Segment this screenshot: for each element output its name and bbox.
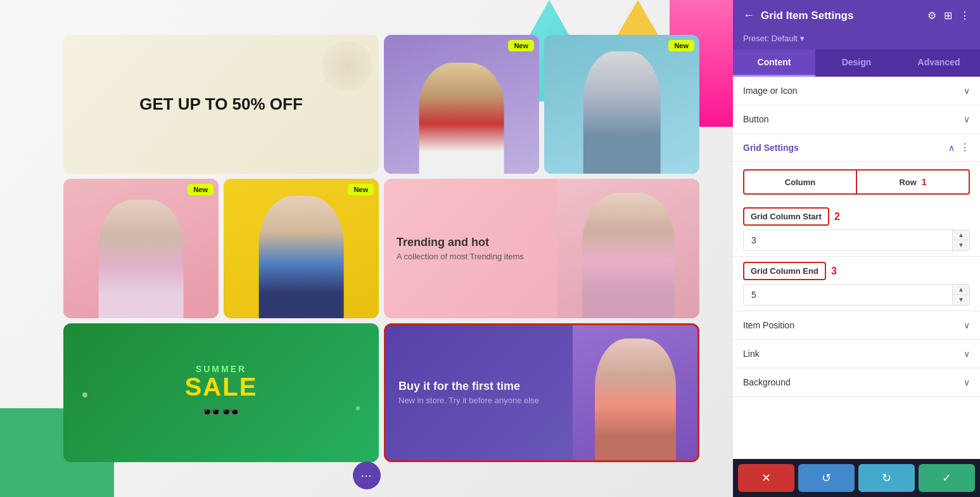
section-image-icon-label: Image or Icon <box>743 86 798 96</box>
section-background[interactable]: Background ∨ <box>733 368 980 397</box>
grid-column-end-label: Grid Column End <box>743 262 826 280</box>
settings-content: Image or Icon ∨ Button ∨ Grid Settings ∧… <box>733 77 980 459</box>
grid-column-end-section: Grid Column End 3 ▲ ▼ <box>733 257 980 311</box>
trending-content: Trending and hot A collection of most Tr… <box>384 223 557 274</box>
section-image-icon-arrow: ∨ <box>964 86 970 96</box>
grid-column-start-header: Grid Column Start 2 <box>743 207 970 226</box>
item-position-label: Item Position <box>743 320 794 330</box>
column-row-toggle: Column Row 1 <box>733 162 980 202</box>
section-background-label: Background <box>743 377 791 387</box>
buy-subtitle: New in store. Try it before anyone else <box>398 396 560 405</box>
settings-sidebar: ← Grid Item Settings ⚙ ⊞ ⋮ Preset: Defau… <box>733 0 980 497</box>
grid-settings-label: Grid Settings <box>743 143 799 153</box>
reset-icon: ↺ <box>822 471 831 485</box>
redo-button[interactable]: ↻ <box>858 464 915 492</box>
item-position-arrow: ∨ <box>964 320 970 330</box>
grid-item-2[interactable]: New <box>384 35 539 174</box>
grid-column-end-up[interactable]: ▲ <box>953 285 969 295</box>
settings-icon[interactable]: ⚙ <box>927 10 936 22</box>
layout-icon[interactable]: ⊞ <box>944 10 952 22</box>
grid-column-end-input-row: ▲ ▼ <box>743 284 970 306</box>
grid-column-start-label: Grid Column Start <box>743 207 829 226</box>
header-icons: ⚙ ⊞ ⋮ <box>927 10 970 22</box>
grid-column-start-stepper: ▲ ▼ <box>952 230 969 250</box>
section-link-label: Link <box>743 349 760 359</box>
grid-item-7[interactable]: Trending and hot A collection of most Tr… <box>384 179 699 318</box>
promo-text-1: GET UP TO 50% OFF <box>129 84 313 124</box>
buy-image <box>573 325 697 460</box>
grid-column-start-up[interactable]: ▲ <box>953 230 969 240</box>
buy-figure <box>595 339 676 460</box>
grid-column-start-input[interactable] <box>744 230 952 250</box>
item5-figure <box>258 196 344 318</box>
trending-subtitle: A collection of most Trending items <box>397 252 545 261</box>
sale-dot2 <box>356 406 360 410</box>
badge-4: New <box>188 184 213 195</box>
section-image-icon[interactable]: Image or Icon ∨ <box>733 77 980 105</box>
row-toggle-label: Row <box>899 178 916 187</box>
item5-bg: New <box>224 179 379 318</box>
preset-label: Preset: Default ▾ <box>743 34 805 43</box>
grid-settings-icons: ∧ ⋮ <box>948 141 970 153</box>
buy-content: Buy it for the first time New in store. … <box>386 367 573 418</box>
grid-item-4[interactable]: New <box>63 179 219 318</box>
grid-column-end-input[interactable] <box>744 285 952 305</box>
preset-bar[interactable]: Preset: Default ▾ <box>733 31 980 49</box>
item3-bg: New <box>544 35 699 174</box>
trending-title: Trending and hot <box>397 236 545 249</box>
item-position-section[interactable]: Item Position ∨ <box>733 311 980 340</box>
bottom-action-bar: ✕ ↺ ↻ ✓ <box>733 459 980 497</box>
grid-column-start-input-row: ▲ ▼ <box>743 229 970 251</box>
badge-2: New <box>508 40 534 51</box>
item4-figure <box>98 200 184 318</box>
sale-dot <box>82 392 87 397</box>
grid-item-1[interactable]: GET UP TO 50% OFF <box>63 35 379 174</box>
grid-column-end-header: Grid Column End 3 <box>743 262 970 280</box>
sidebar-title: Grid Item Settings <box>761 10 921 22</box>
sale-text: SALE <box>185 374 258 399</box>
summer-sale-content: SUMMER SALE 🕶️🕶️ <box>172 351 270 434</box>
grid-layout: GET UP TO 50% OFF New New New <box>63 35 690 462</box>
redo-icon: ↻ <box>882 471 891 485</box>
grid-item-3[interactable]: New <box>544 35 699 174</box>
badge-3: New <box>668 40 694 51</box>
canvas-area: GET UP TO 50% OFF New New New <box>0 0 733 497</box>
section-link[interactable]: Link ∨ <box>733 340 980 368</box>
grid-settings-header: Grid Settings ∧ ⋮ <box>733 134 980 162</box>
tabs-bar: Content Design Advanced <box>733 49 980 77</box>
confirm-button[interactable]: ✓ <box>919 464 975 492</box>
section-button-label: Button <box>743 114 768 124</box>
grid-column-end-stepper: ▲ ▼ <box>952 285 969 305</box>
item4-bg: New <box>63 179 219 318</box>
back-arrow-icon[interactable]: ← <box>743 9 754 22</box>
confirm-icon: ✓ <box>942 471 951 485</box>
tab-advanced[interactable]: Advanced <box>898 49 980 77</box>
cancel-button[interactable]: ✕ <box>738 464 794 492</box>
section-link-arrow: ∨ <box>964 349 970 359</box>
grid-settings-more[interactable]: ⋮ <box>960 141 970 153</box>
cancel-icon: ✕ <box>761 471 771 485</box>
row-toggle-btn[interactable]: Row 1 <box>857 169 970 195</box>
grid-column-end-number: 3 <box>831 266 837 277</box>
grid-item-6[interactable]: SUMMER SALE 🕶️🕶️ <box>63 323 379 462</box>
section-button[interactable]: Button ∨ <box>733 105 980 134</box>
grid-column-start-number: 2 <box>834 211 840 223</box>
item3-figure <box>583 51 661 174</box>
dots-button[interactable]: ⋯ <box>353 462 381 489</box>
section-background-arrow: ∨ <box>964 377 970 387</box>
column-toggle-btn[interactable]: Column <box>743 169 857 195</box>
more-options-icon[interactable]: ⋮ <box>960 10 970 22</box>
grid-column-start-down[interactable]: ▼ <box>953 240 969 250</box>
item2-figure <box>419 63 504 174</box>
section-button-arrow: ∨ <box>964 114 970 124</box>
reset-button[interactable]: ↺ <box>798 464 855 492</box>
grid-column-end-down[interactable]: ▼ <box>953 295 969 305</box>
buy-title: Buy it for the first time <box>398 380 560 393</box>
grid-settings-collapse[interactable]: ∧ <box>948 143 955 153</box>
grid-item-8[interactable]: Buy it for the first time New in store. … <box>384 323 699 462</box>
trending-image <box>557 179 699 318</box>
grid-item-5[interactable]: New <box>224 179 379 318</box>
tab-design[interactable]: Design <box>815 49 898 77</box>
dots-icon: ⋯ <box>360 468 373 482</box>
tab-content[interactable]: Content <box>733 49 815 77</box>
